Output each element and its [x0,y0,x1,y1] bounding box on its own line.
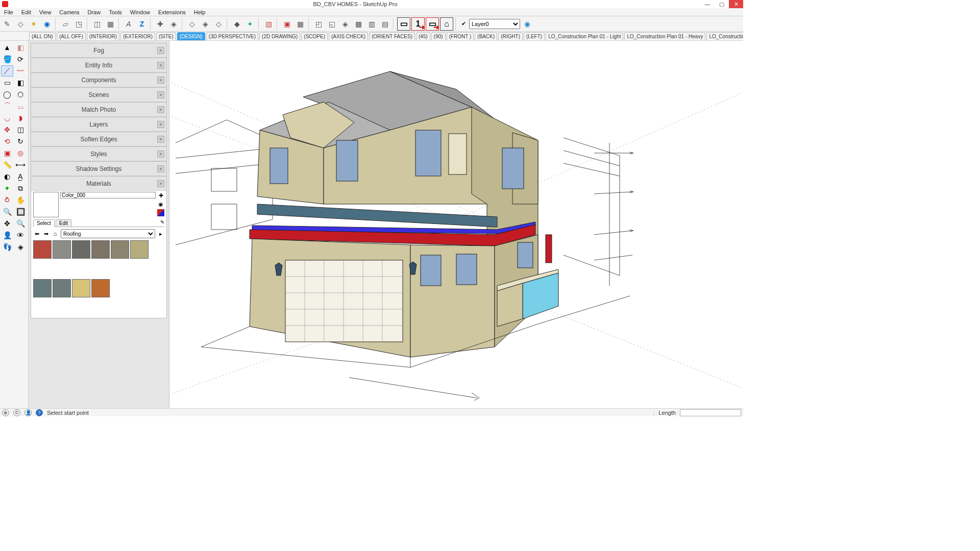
credits-icon[interactable]: © [13,409,20,416]
minimize-button[interactable]: — [700,0,715,8]
style-icon[interactable]: ⟳ [14,54,27,65]
material-swatch[interactable] [130,240,149,259]
tool-right-icon[interactable]: ▭➜ [426,17,439,31]
tool-icon[interactable]: ▦ [104,18,116,30]
tool-icon[interactable]: ✚ [154,18,166,30]
frontback-icon[interactable] [157,209,164,216]
material-swatch[interactable] [91,240,110,259]
tool-icon[interactable]: ◱ [326,18,338,30]
move-icon[interactable]: ✥ [1,124,13,135]
nav-back-icon[interactable]: ⬅ [33,230,40,237]
tray-title[interactable]: Entity Info [85,62,112,69]
look-icon[interactable]: 👁 [14,230,27,241]
scene-tab[interactable]: (3D PERSPECTIVE) [206,32,258,40]
nav-fwd-icon[interactable]: ➡ [42,230,50,237]
protractor-icon[interactable]: ◐ [1,171,13,182]
pushpull-icon[interactable]: ◫ [14,124,27,135]
scene-tab[interactable]: LO_Construction Plan 01 - Light [546,32,623,40]
tool-icon[interactable]: ◈ [199,18,211,30]
material-library-select[interactable]: Roofing [61,229,155,238]
menu-help[interactable]: Help [192,9,208,15]
menu-extensions[interactable]: Extensions [156,9,188,15]
material-swatch[interactable] [72,279,90,297]
default-material-icon[interactable]: ◉ [157,201,164,208]
arc2-icon[interactable]: ⌓ [14,101,27,112]
tool-icon[interactable]: ▧ [262,18,275,30]
scene-tab[interactable]: (45) [416,32,430,40]
scene-tab[interactable]: (2D DRAWING) [259,32,300,40]
tool-icon[interactable]: ◈ [167,18,180,30]
scene-tab[interactable]: (BACK) [475,32,497,40]
maximize-button[interactable]: ▢ [715,0,729,8]
menu-draw[interactable]: Draw [85,9,103,15]
tray-close-icon[interactable]: × [157,165,164,172]
tool-iso-icon[interactable]: ⌂ [440,17,453,31]
tray-close-icon[interactable]: × [157,136,164,143]
rotate-icon[interactable]: ⟲ [1,136,13,147]
circle-icon[interactable]: ◯ [1,89,13,100]
material-swatch[interactable] [53,279,71,297]
3dtext-icon[interactable]: ⧉ [14,183,27,194]
tray-close-icon[interactable]: × [157,106,164,113]
walk-icon[interactable]: 👣 [1,241,13,253]
material-swatch[interactable] [33,240,52,259]
nav-home-icon[interactable]: ⌂ [52,230,59,237]
tray-title[interactable]: Match Photo [82,106,116,113]
signin-icon[interactable]: 👤 [24,409,32,416]
scene-tab[interactable]: (ALL ON) [29,32,56,40]
tool-icon[interactable]: Z [136,18,148,30]
pie-icon[interactable]: ◗ [14,112,27,123]
tool-icon[interactable]: ▩ [352,18,364,30]
scene-tab[interactable]: (ALL OFF) [57,32,86,40]
tray-title[interactable]: Styles [90,151,107,158]
eyedropper-icon[interactable]: ✎ [160,219,164,227]
help-icon[interactable]: ? [36,409,43,416]
tray-close-icon[interactable]: × [157,47,164,54]
tray-close-icon[interactable]: × [157,151,164,158]
tool-icon[interactable]: ◆ [231,18,243,30]
nav-menu-icon[interactable]: ▸ [157,230,164,237]
tool-icon[interactable]: ▱ [59,18,71,30]
tool-icon[interactable]: ▥ [365,18,378,30]
text-icon[interactable]: A̲ [14,171,27,182]
zoom-icon[interactable]: 🔍 [1,206,13,217]
scene-tab[interactable]: (SITE) [156,32,176,40]
tool-icon[interactable]: ✶ [28,18,40,30]
scene-tab[interactable]: (SCOPE) [301,32,328,40]
tool-icon[interactable]: ◳ [72,18,85,30]
scene-tab[interactable]: (DESIGN) [177,32,205,40]
tool-icon[interactable]: ◰ [312,18,325,30]
tray-title[interactable]: Components [81,77,116,84]
scene-tab[interactable]: (90) [431,32,446,40]
tool-icon[interactable]: ◇ [14,18,27,30]
offset-icon[interactable]: ◎ [14,147,27,159]
tool-front-icon[interactable]: 1➜ [411,17,425,31]
tray-close-icon[interactable]: × [157,91,164,98]
material-swatch[interactable] [91,279,110,297]
tray-title[interactable]: Soften Edges [80,136,117,143]
tool-icon[interactable]: ◇ [212,18,225,30]
dimension-icon[interactable]: ⟷ [14,159,27,170]
tray-title[interactable]: Layers [89,121,108,128]
tool-icon[interactable]: ▣ [281,18,293,30]
position-icon[interactable]: 👤 [1,230,13,241]
menu-tools[interactable]: Tools [107,9,124,15]
tray-close-icon[interactable]: × [157,77,164,84]
scene-tab[interactable]: (EXTERIOR) [120,32,155,40]
tray-title[interactable]: Materials [86,180,111,187]
materials-tab-edit[interactable]: Edit [56,219,71,227]
layer-select[interactable]: Layer0 [469,19,520,29]
zoomext-icon[interactable]: ✥ [1,218,13,229]
material-swatch[interactable] [53,240,71,259]
tool-icon[interactable]: ✎ [1,18,13,30]
close-button[interactable]: ✕ [729,0,743,8]
scale-icon[interactable]: ▣ [1,147,13,159]
section-icon[interactable]: ◈ [14,241,27,253]
tool-icon[interactable]: A [122,18,135,30]
menu-camera[interactable]: Camera [57,9,81,15]
tray-title[interactable]: Fog [93,47,104,54]
viewport[interactable] [169,41,743,408]
scene-tab[interactable]: (ORIENT FACES) [369,32,415,40]
polygon-icon[interactable]: ⬡ [14,89,27,100]
menu-edit[interactable]: Edit [19,9,33,15]
